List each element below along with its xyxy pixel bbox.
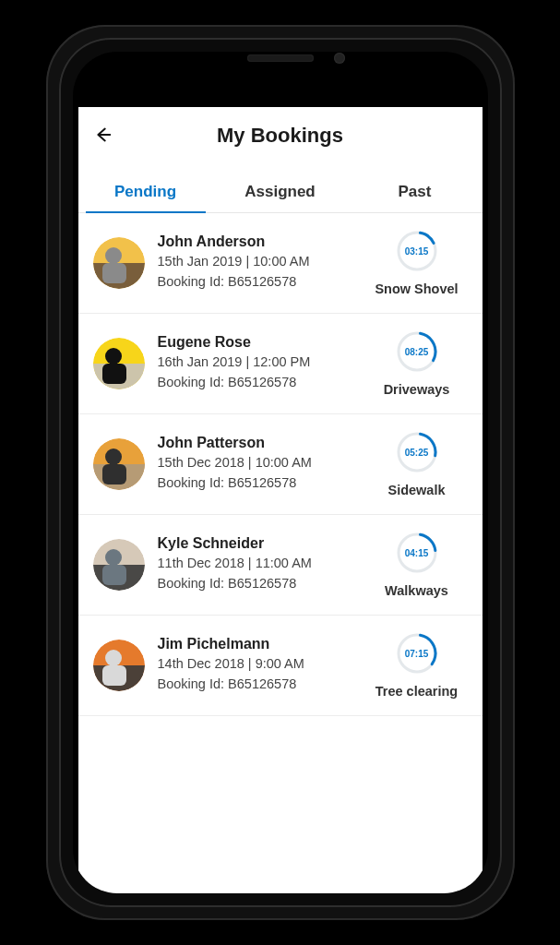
svg-rect-25 xyxy=(102,565,126,585)
booking-name: John Patterson xyxy=(158,435,366,451)
page-title: My Bookings xyxy=(95,124,466,148)
booking-right: 08:25Driveways xyxy=(366,330,468,397)
back-button[interactable] xyxy=(89,124,115,150)
booking-category: Snow Shovel xyxy=(375,281,458,296)
booking-category: Sidewalk xyxy=(387,483,445,497)
tab-label: Assigned xyxy=(244,183,316,200)
booking-row[interactable]: Jim Pichelmann14th Dec 2018 | 9:00 AMBoo… xyxy=(78,616,483,716)
booking-details: Kyle Schneider11th Dec 2018 | 11:00 AMBo… xyxy=(145,535,366,594)
booking-id: Booking Id: B65126578 xyxy=(158,473,366,494)
booking-details: Jim Pichelmann14th Dec 2018 | 9:00 AMBoo… xyxy=(145,636,366,695)
svg-point-3 xyxy=(105,247,122,264)
svg-rect-4 xyxy=(102,263,126,283)
svg-point-10 xyxy=(105,348,122,365)
timer-value: 04:15 xyxy=(396,532,438,574)
timer-value: 03:15 xyxy=(396,230,438,272)
booking-id: Booking Id: B65126578 xyxy=(158,373,366,393)
tab-label: Pending xyxy=(114,183,176,200)
timer-value: 08:25 xyxy=(396,330,438,373)
svg-rect-18 xyxy=(102,464,126,484)
booking-datetime: 15th Jan 2019 | 10:00 AM xyxy=(158,252,366,272)
svg-point-17 xyxy=(105,449,122,465)
booking-row[interactable]: Eugene Rose16th Jan 2019 | 12:00 PMBooki… xyxy=(78,314,483,414)
timer-icon: 05:25 xyxy=(396,431,438,473)
timer-icon: 08:25 xyxy=(396,330,438,373)
booking-name: Jim Pichelmann xyxy=(158,636,366,652)
booking-right: 07:15Tree clearing xyxy=(366,632,468,699)
tab-past[interactable]: Past xyxy=(348,170,483,212)
booking-row[interactable]: John Anderson15th Jan 2019 | 10:00 AMBoo… xyxy=(78,213,483,314)
booking-list: John Anderson15th Jan 2019 | 10:00 AMBoo… xyxy=(78,213,483,893)
booking-details: John Anderson15th Jan 2019 | 10:00 AMBoo… xyxy=(145,233,366,293)
booking-id: Booking Id: B65126578 xyxy=(158,675,366,695)
booking-details: Eugene Rose16th Jan 2019 | 12:00 PMBooki… xyxy=(145,334,366,393)
svg-rect-32 xyxy=(102,665,126,686)
booking-right: 03:15Snow Shovel xyxy=(366,230,468,296)
timer-value: 05:25 xyxy=(396,431,438,473)
svg-rect-11 xyxy=(102,364,126,384)
booking-name: John Anderson xyxy=(158,233,366,250)
tab-label: Past xyxy=(399,183,432,200)
avatar xyxy=(93,539,145,591)
booking-right: 05:25Sidewalk xyxy=(366,431,468,497)
tab-pending[interactable]: Pending xyxy=(78,170,213,212)
tabs: Pending Assigned Past xyxy=(78,170,483,213)
booking-category: Tree clearing xyxy=(375,684,458,699)
app-screen: My Bookings Pending Assigned Past John A… xyxy=(78,107,483,893)
avatar xyxy=(93,338,145,389)
tab-assigned[interactable]: Assigned xyxy=(213,170,348,212)
avatar xyxy=(93,237,145,289)
booking-right: 04:15Walkways xyxy=(366,532,468,598)
svg-point-24 xyxy=(105,549,122,566)
booking-name: Eugene Rose xyxy=(158,334,366,351)
timer-icon: 03:15 xyxy=(396,230,438,272)
booking-name: Kyle Schneider xyxy=(158,535,366,552)
booking-details: John Patterson15th Dec 2018 | 10:00 AMBo… xyxy=(145,435,366,494)
booking-row[interactable]: John Patterson15th Dec 2018 | 10:00 AMBo… xyxy=(78,414,483,515)
booking-id: Booking Id: B65126578 xyxy=(158,272,366,293)
timer-icon: 04:15 xyxy=(396,532,438,574)
phone-frame: My Bookings Pending Assigned Past John A… xyxy=(46,25,515,920)
booking-datetime: 15th Dec 2018 | 10:00 AM xyxy=(158,453,366,473)
booking-row[interactable]: Kyle Schneider11th Dec 2018 | 11:00 AMBo… xyxy=(78,515,483,616)
avatar xyxy=(93,640,145,691)
avatar xyxy=(93,438,145,490)
booking-datetime: 14th Dec 2018 | 9:00 AM xyxy=(158,654,366,675)
back-arrow-icon xyxy=(92,125,113,149)
header: My Bookings xyxy=(78,107,483,161)
timer-value: 07:15 xyxy=(396,632,438,675)
booking-datetime: 11th Dec 2018 | 11:00 AM xyxy=(158,554,366,574)
booking-datetime: 16th Jan 2019 | 12:00 PM xyxy=(158,353,366,373)
phone-speaker xyxy=(247,54,314,62)
phone-camera xyxy=(334,53,345,64)
timer-icon: 07:15 xyxy=(396,632,438,675)
booking-category: Walkways xyxy=(385,583,448,598)
booking-id: Booking Id: B65126578 xyxy=(158,574,366,594)
booking-category: Driveways xyxy=(384,382,450,397)
svg-point-31 xyxy=(105,650,122,666)
